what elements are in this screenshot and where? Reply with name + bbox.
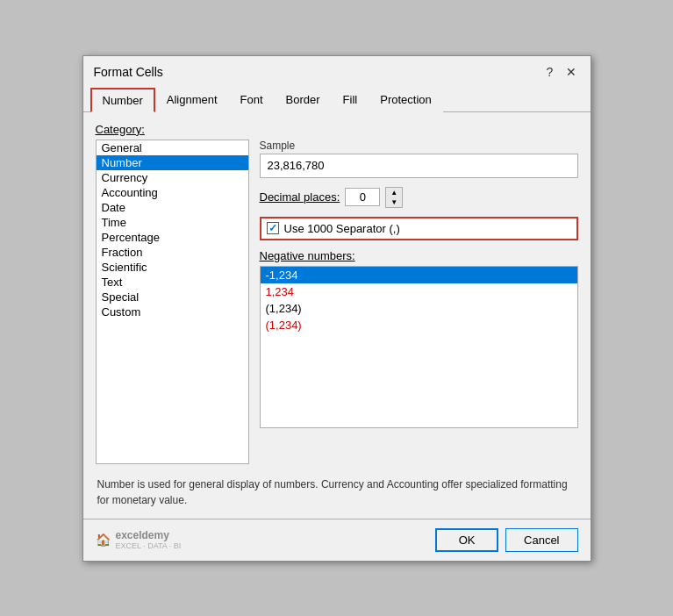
neg-item-0[interactable]: -1,234	[261, 267, 577, 283]
category-item-fraction[interactable]: Fraction	[97, 245, 248, 260]
tab-bar: NumberAlignmentFontBorderFillProtection	[83, 88, 591, 112]
format-cells-dialog: Format Cells ? ✕ NumberAlignmentFontBord…	[82, 55, 591, 562]
brand-sub: EXCEL · DATA · BI	[116, 541, 182, 550]
tab-fill[interactable]: Fill	[332, 88, 369, 112]
category-item-custom[interactable]: Custom	[97, 304, 248, 319]
ok-button[interactable]: OK	[435, 528, 498, 552]
category-item-text[interactable]: Text	[97, 275, 248, 290]
category-item-number[interactable]: Number	[97, 155, 248, 170]
title-bar: Format Cells ? ✕	[83, 56, 591, 86]
neg-item-3[interactable]: (1,234)	[261, 317, 577, 333]
category-listbox[interactable]: GeneralNumberCurrencyAccountingDateTimeP…	[96, 140, 249, 464]
brand-text: exceldemy EXCEL · DATA · BI	[116, 529, 182, 550]
dialog-footer: 🏠 exceldemy EXCEL · DATA · BI OK Cancel	[83, 519, 591, 561]
negative-numbers-label: Negative numbers:	[260, 249, 578, 262]
category-label: Category:	[96, 123, 578, 136]
category-item-date[interactable]: Date	[97, 200, 248, 215]
brand-icon: 🏠	[96, 533, 111, 547]
help-button[interactable]: ?	[541, 63, 559, 81]
separator-checkbox[interactable]: ✓	[267, 222, 279, 234]
category-item-accounting[interactable]: Accounting	[97, 185, 248, 200]
decimal-input[interactable]	[345, 188, 380, 206]
checkmark-icon: ✓	[268, 222, 277, 234]
category-item-special[interactable]: Special	[97, 290, 248, 304]
category-item-general[interactable]: General	[97, 140, 248, 155]
tab-protection[interactable]: Protection	[369, 88, 443, 112]
tab-border[interactable]: Border	[275, 88, 332, 112]
right-panel: Sample 23,816,780 Decimal places: ▲ ▼ ✓	[260, 140, 578, 464]
spin-buttons: ▲ ▼	[385, 187, 403, 208]
spin-up-button[interactable]: ▲	[386, 188, 402, 197]
category-item-currency[interactable]: Currency	[97, 170, 248, 185]
main-area: GeneralNumberCurrencyAccountingDateTimeP…	[96, 140, 578, 464]
sample-label: Sample	[260, 140, 578, 152]
brand-area: 🏠 exceldemy EXCEL · DATA · BI	[96, 529, 429, 550]
category-item-time[interactable]: Time	[97, 215, 248, 230]
sample-value: 23,816,780	[260, 154, 578, 178]
dialog-content: Category: GeneralNumberCurrencyAccountin…	[83, 112, 591, 519]
tab-font[interactable]: Font	[229, 88, 275, 112]
separator-label: Use 1000 Separator (,)	[284, 222, 400, 235]
cancel-button[interactable]: Cancel	[505, 528, 577, 552]
negative-numbers-listbox[interactable]: -1,2341,234(1,234)(1,234)	[260, 266, 578, 428]
brand-name: exceldemy	[116, 529, 182, 541]
tab-alignment[interactable]: Alignment	[155, 88, 229, 112]
neg-item-1[interactable]: 1,234	[261, 283, 577, 300]
category-list: GeneralNumberCurrencyAccountingDateTimeP…	[97, 140, 248, 319]
decimal-label: Decimal places:	[260, 190, 340, 204]
description-text: Number is used for general display of nu…	[96, 476, 578, 508]
title-controls: ? ✕	[541, 63, 580, 81]
close-button[interactable]: ✕	[562, 63, 580, 81]
footer-buttons: OK Cancel	[435, 528, 577, 552]
separator-row[interactable]: ✓ Use 1000 Separator (,)	[260, 217, 578, 240]
tab-number[interactable]: Number	[90, 88, 155, 112]
sample-section: Sample 23,816,780	[260, 140, 578, 178]
neg-item-2[interactable]: (1,234)	[261, 300, 577, 317]
spin-down-button[interactable]: ▼	[386, 197, 402, 207]
decimal-row: Decimal places: ▲ ▼	[260, 187, 578, 208]
category-item-scientific[interactable]: Scientific	[97, 260, 248, 275]
dialog-title: Format Cells	[94, 65, 163, 79]
category-item-percentage[interactable]: Percentage	[97, 230, 248, 245]
negative-numbers-list: -1,2341,234(1,234)(1,234)	[261, 267, 577, 333]
